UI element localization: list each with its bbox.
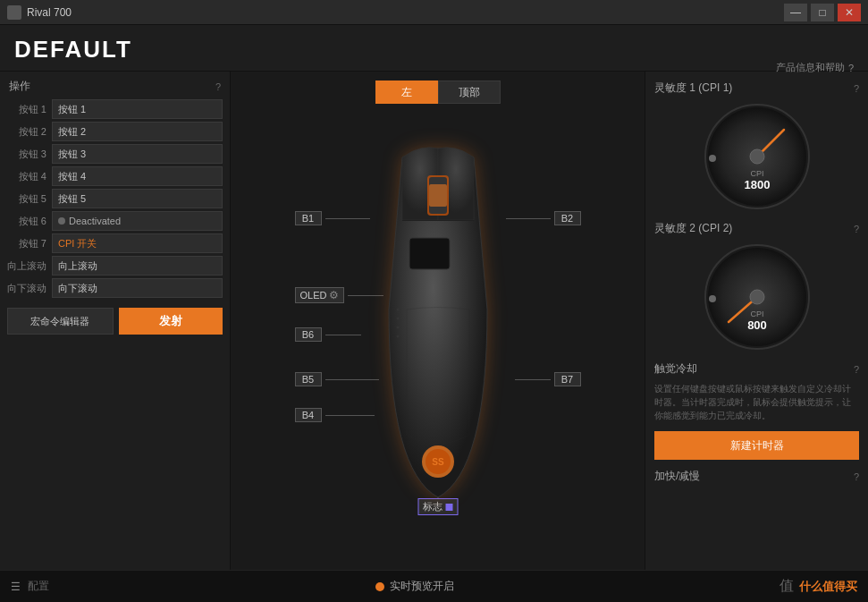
accel-title: 加快/减慢 ?	[654, 469, 859, 484]
button-row-scroll-up: 向上滚动 向上滚动	[7, 256, 223, 276]
maximize-button[interactable]: □	[811, 4, 834, 21]
cpi2-dial-wrapper[interactable]: CPI 800	[704, 243, 811, 351]
cpi1-section-title: 灵敏度 1 (CPI 1) ?	[654, 81, 859, 96]
svg-point-16	[750, 149, 764, 164]
button-row-4: 按钮 4 按钮 4	[7, 166, 223, 186]
view-tabs: 左 顶部	[375, 81, 501, 104]
config-label[interactable]: 配置	[28, 579, 49, 594]
button-row-5: 按钮 5 按钮 5	[7, 189, 223, 208]
footer: ☰ 配置 实时预览开启 值 什么值得买	[0, 570, 868, 602]
content-area: 操作 ? 按钮 1 按钮 1 按钮 2 按钮 2 按钮 3 按钮 3 按钮 4 …	[0, 72, 868, 570]
minimize-button[interactable]: —	[784, 4, 807, 21]
live-indicator-dot	[375, 582, 384, 591]
touch-cooling-title-text: 触觉冷却	[654, 361, 697, 377]
left-panel: 操作 ? 按钮 1 按钮 1 按钮 2 按钮 2 按钮 3 按钮 3 按钮 4 …	[0, 72, 231, 570]
touch-help-icon[interactable]: ?	[854, 364, 859, 375]
cpi1-dial-wrapper[interactable]: CPI 1800	[704, 103, 811, 210]
profile-title: DEFAULT	[14, 36, 854, 64]
btn3-label: 按钮 3	[7, 148, 52, 161]
btn6-action[interactable]: Deactivated	[52, 211, 223, 231]
scroll-down-action[interactable]: 向下滚动	[52, 278, 223, 298]
btn7-label: 按钮 7	[7, 237, 52, 250]
gear-icon[interactable]: ⚙	[329, 289, 339, 301]
svg-point-6	[396, 309, 399, 311]
btn2-label: 按钮 2	[7, 125, 52, 139]
b4-box[interactable]: B4	[295, 408, 322, 422]
b1-box[interactable]: B1	[295, 211, 322, 225]
new-timer-button[interactable]: 新建计时器	[654, 431, 859, 460]
deactivated-indicator	[58, 217, 65, 225]
center-panel: 左 顶部 B1 B3 B2	[231, 72, 645, 570]
button-row-7: 按钮 7 CPI 开关	[7, 233, 223, 253]
cpi2-section-title: 灵敏度 2 (CPI 2) ?	[654, 221, 859, 236]
scroll-down-label: 向下滚动	[7, 282, 52, 295]
svg-rect-4	[429, 184, 447, 207]
tab-top[interactable]: 顶部	[438, 81, 501, 104]
macro-editor-button[interactable]: 宏命令编辑器	[7, 308, 114, 335]
svg-point-17	[709, 155, 716, 162]
oled-box[interactable]: OLED ⚙	[295, 287, 345, 303]
cpi1-title-text: 灵敏度 1 (CPI 1)	[654, 81, 732, 96]
svg-point-9	[396, 335, 399, 338]
scroll-up-label: 向上滚动	[7, 259, 52, 273]
send-button[interactable]: 发射	[119, 308, 223, 335]
product-info[interactable]: 产品信息和帮助 ?	[776, 61, 854, 74]
button-row-3: 按钮 3 按钮 3	[7, 144, 223, 164]
svg-text:CPI: CPI	[750, 169, 763, 178]
btn1-label: 按钮 1	[7, 103, 52, 116]
svg-text:1800: 1800	[744, 178, 770, 191]
b7-box[interactable]: B7	[554, 372, 581, 386]
cpi2-dial-container: CPI 800	[654, 243, 859, 351]
btn6-action-text: Deactivated	[69, 216, 121, 226]
cpi1-help-icon[interactable]: ?	[854, 83, 859, 94]
b6-box[interactable]: B6	[295, 327, 322, 342]
b2-box[interactable]: B2	[554, 211, 581, 225]
footer-left: ☰ 配置	[11, 579, 49, 594]
cpi2-dial-svg: CPI 800	[704, 243, 811, 351]
btn4-action[interactable]: 按钮 4	[52, 166, 223, 186]
title-bar-controls[interactable]: — □ ✕	[784, 4, 861, 21]
svg-point-23	[750, 290, 764, 304]
accel-title-text: 加快/减慢	[654, 469, 700, 484]
help-icon: ?	[848, 63, 854, 73]
btn6-label: 按钮 6	[7, 215, 52, 228]
close-button[interactable]: ✕	[838, 4, 861, 21]
watermark-logo: 值	[780, 577, 794, 596]
cpi1-dial-container: CPI 1800	[654, 103, 859, 210]
mouse-body-svg: SS	[349, 131, 527, 506]
svg-point-24	[709, 295, 716, 302]
scroll-up-action[interactable]: 向上滚动	[52, 256, 223, 276]
button-row-6: 按钮 6 Deactivated	[7, 211, 223, 231]
title-bar: Rival 700 — □ ✕	[0, 0, 868, 25]
accel-section: 加快/减慢 ?	[654, 469, 859, 484]
cpi2-help-icon[interactable]: ?	[854, 224, 859, 234]
btn1-action[interactable]: 按钮 1	[52, 99, 223, 119]
accel-help-icon[interactable]: ?	[854, 471, 859, 482]
right-panel: 灵敏度 1 (CPI 1) ?	[645, 72, 868, 570]
mouse-svg-container: SS	[349, 131, 527, 488]
svg-point-7	[396, 318, 399, 320]
btn7-action[interactable]: CPI 开关	[52, 233, 223, 253]
svg-text:SS: SS	[432, 457, 444, 467]
help-icon-left[interactable]: ?	[215, 81, 221, 92]
btn2-action[interactable]: 按钮 2	[52, 122, 223, 141]
operations-label: 操作	[9, 79, 30, 94]
touch-cooling-section: 触觉冷却 ? 设置任何键盘按键或鼠标按键来触发自定义冷却计时器。当计时器完成时，…	[654, 361, 859, 460]
cpi1-dial-svg: CPI 1800	[704, 103, 811, 210]
main-container: DEFAULT 产品信息和帮助 ? 操作 ? 按钮 1 按钮 1 按钮 2 按钮…	[0, 25, 868, 602]
cpi2-title-text: 灵敏度 2 (CPI 2)	[654, 221, 732, 236]
live-label: 实时预览开启	[390, 579, 454, 594]
btn5-action[interactable]: 按钮 5	[52, 189, 223, 208]
tab-left[interactable]: 左	[375, 81, 438, 104]
touch-cooling-desc: 设置任何键盘按键或鼠标按键来触发自定义冷却计时器。当计时器完成时，鼠标会提供触觉…	[654, 382, 859, 422]
btn3-action[interactable]: 按钮 3	[52, 144, 223, 164]
watermark-text: 什么值得买	[799, 579, 857, 595]
header: DEFAULT 产品信息和帮助 ?	[0, 25, 868, 72]
svg-rect-5	[409, 238, 450, 269]
footer-right: 值 什么值得买	[780, 577, 857, 596]
btn5-label: 按钮 5	[7, 192, 52, 206]
b5-box[interactable]: B5	[295, 372, 322, 386]
svg-point-8	[396, 326, 399, 329]
product-info-label: 产品信息和帮助	[776, 61, 845, 74]
left-panel-header: 操作 ?	[7, 79, 223, 94]
